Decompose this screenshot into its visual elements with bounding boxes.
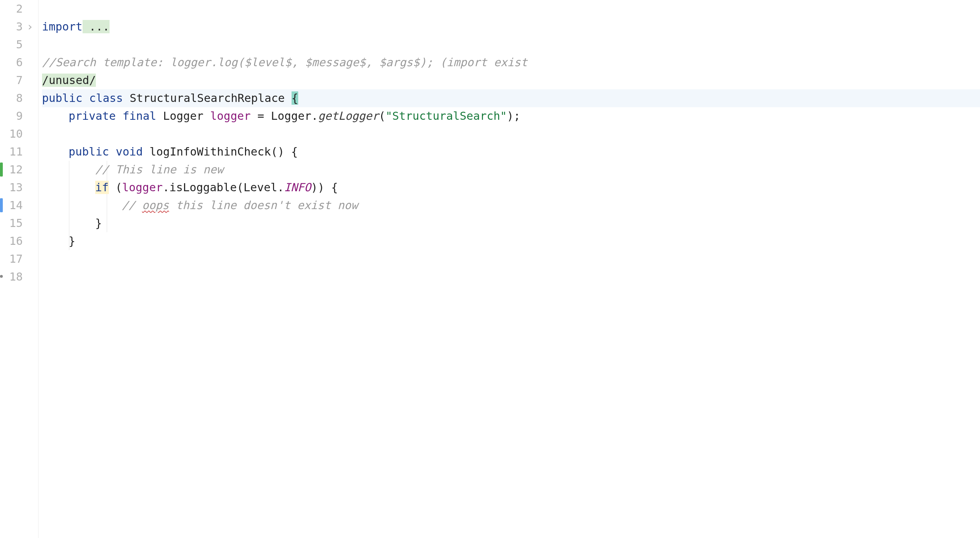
code-line-12[interactable]: // This line is new bbox=[42, 161, 980, 179]
line-number[interactable]: 10 bbox=[0, 125, 23, 143]
line-number[interactable]: 14 bbox=[0, 196, 23, 214]
class-name: StructuralSearchReplace bbox=[129, 91, 291, 105]
code-line-5[interactable] bbox=[42, 36, 980, 54]
typo-warning: oops bbox=[142, 199, 169, 212]
line-number[interactable]: 5 bbox=[0, 36, 23, 54]
comment-text: this line doesn't exist now bbox=[169, 199, 358, 212]
code-line-8[interactable]: public class StructuralSearchReplace { bbox=[42, 89, 980, 107]
code-line-10[interactable] bbox=[42, 125, 980, 143]
code-line-16[interactable]: } bbox=[42, 232, 980, 250]
code-area[interactable]: import ... //Search template: logger.log… bbox=[42, 0, 980, 538]
keyword-private: private bbox=[68, 109, 116, 123]
brace-match: { bbox=[291, 91, 298, 105]
constant-info: INFO bbox=[284, 181, 311, 194]
line-number[interactable]: 3 bbox=[0, 18, 23, 36]
line-number[interactable]: 11 bbox=[0, 143, 23, 161]
line-number[interactable]: 16 bbox=[0, 232, 23, 250]
code-line-17[interactable] bbox=[42, 250, 980, 268]
code-line-3[interactable]: import ... bbox=[42, 18, 980, 36]
keyword-final: final bbox=[123, 109, 156, 123]
method-getlogger: getLogger bbox=[318, 109, 379, 123]
code-line-18[interactable] bbox=[42, 268, 980, 286]
keyword-class: class bbox=[89, 91, 123, 105]
keyword-public: public bbox=[68, 145, 109, 158]
keyword-if: if bbox=[95, 181, 109, 194]
keyword-void: void bbox=[116, 145, 143, 158]
line-number[interactable]: 9 bbox=[0, 107, 23, 125]
line-number[interactable]: 7 bbox=[0, 72, 23, 89]
code-line-6[interactable]: //Search template: logger.log($level$, $… bbox=[42, 54, 980, 72]
code-line-11[interactable]: public void logInfoWithinCheck() { bbox=[42, 143, 980, 161]
change-marker[interactable] bbox=[0, 198, 3, 212]
breakpoint-dot[interactable] bbox=[0, 275, 3, 278]
code-line-15[interactable]: } bbox=[42, 214, 980, 232]
line-number[interactable]: 6 bbox=[0, 54, 23, 72]
code-line-7[interactable]: /unused/ bbox=[42, 72, 980, 89]
code-line-2[interactable] bbox=[42, 0, 980, 18]
type-logger: Logger bbox=[163, 109, 210, 123]
line-number[interactable]: 17 bbox=[0, 250, 23, 268]
line-number[interactable]: 12 bbox=[0, 161, 23, 179]
line-number[interactable]: 8 bbox=[0, 89, 23, 107]
method-name: logInfoWithinCheck() { bbox=[150, 145, 298, 158]
code-line-9[interactable]: private final Logger logger = Logger.get… bbox=[42, 107, 980, 125]
string-literal: "StructuralSearch" bbox=[385, 109, 507, 123]
line-number[interactable]: 2 bbox=[0, 0, 23, 18]
close-brace: } bbox=[95, 217, 102, 230]
unused-marker: /unused/ bbox=[42, 73, 96, 87]
line-number[interactable]: 13 bbox=[0, 179, 23, 196]
keyword-import: import bbox=[42, 20, 83, 33]
field-logger: logger bbox=[210, 109, 251, 123]
change-marker[interactable] bbox=[0, 163, 3, 177]
field-logger: logger bbox=[122, 181, 163, 194]
fold-icon[interactable]: › bbox=[27, 18, 33, 36]
gutter: 23›56789101112131415161718 bbox=[0, 0, 38, 538]
code-line-13[interactable]: if (logger.isLoggable(Level.INFO)) { bbox=[42, 179, 980, 196]
keyword-public: public bbox=[42, 91, 83, 105]
comment-text: //Search template: logger.log($level$, $… bbox=[42, 56, 527, 69]
code-line-14[interactable]: // oops this line doesn't exist now bbox=[42, 196, 980, 214]
folded-code[interactable]: ... bbox=[83, 20, 110, 33]
line-number[interactable]: 15 bbox=[0, 214, 23, 232]
line-number[interactable]: 18 bbox=[0, 268, 23, 286]
comment-text: // This line is new bbox=[95, 163, 223, 176]
code-editor[interactable]: 23›56789101112131415161718 import ... //… bbox=[0, 0, 980, 538]
close-brace: } bbox=[68, 234, 75, 247]
